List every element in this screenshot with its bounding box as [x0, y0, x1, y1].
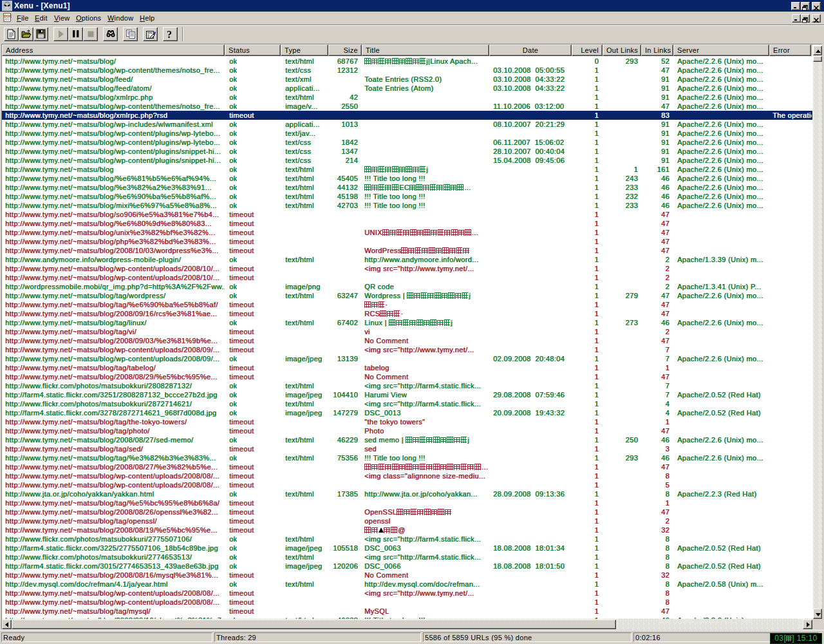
svg-text:DOC: DOC [4, 14, 12, 18]
svg-text:?: ? [167, 29, 172, 39]
